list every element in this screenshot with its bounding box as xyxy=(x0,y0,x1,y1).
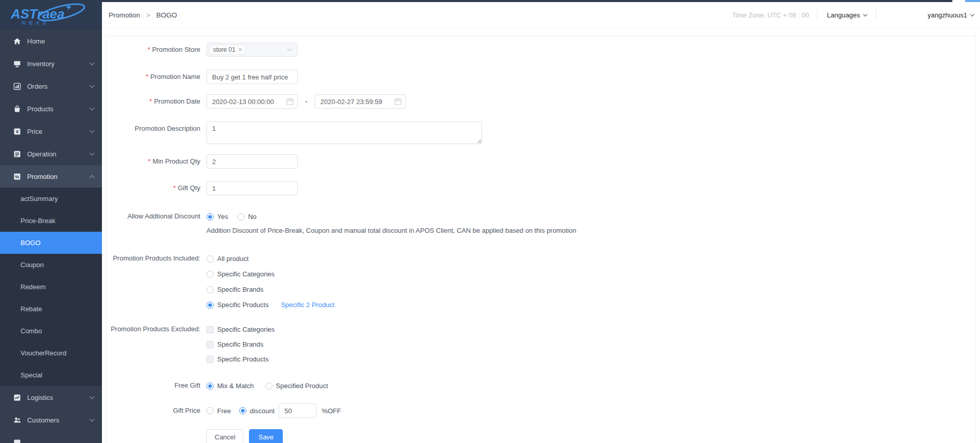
calendar-icon[interactable] xyxy=(394,98,402,107)
promotion-store-select[interactable]: store 01 × xyxy=(206,43,298,57)
chevron-down-icon xyxy=(90,106,95,111)
chevron-down-icon xyxy=(90,128,95,133)
form-row-promotion-name: *Promotion Name xyxy=(107,70,975,84)
sidebar-item-inventory[interactable]: Inventory xyxy=(0,52,102,75)
chevron-down-icon xyxy=(90,83,95,88)
required-asterisk: * xyxy=(148,46,150,53)
sidebar-subitem-price-break[interactable]: Price-Break xyxy=(0,210,102,232)
radio-discount[interactable] xyxy=(239,407,246,414)
radio-mix-match[interactable] xyxy=(206,382,214,390)
checkbox-option-specific-categories[interactable]: Specific Categories xyxy=(206,324,275,335)
date-start-input[interactable] xyxy=(206,94,298,109)
sidebar-item-partial[interactable] xyxy=(0,431,102,443)
breadcrumb-promotion[interactable]: Promotion xyxy=(109,11,140,19)
radio-option-specific-brands[interactable]: Specific Brands xyxy=(206,284,263,295)
sidebar-item-customers[interactable]: Customers xyxy=(0,409,102,431)
checkbox-specific-categories[interactable] xyxy=(206,326,214,333)
sidebar-item-price[interactable]: ¥ Price xyxy=(0,120,102,143)
logo[interactable]: ASTraea 阿斯米亚 xyxy=(0,0,102,30)
app-root: ASTraea 阿斯米亚 Home Inventory xyxy=(0,0,980,443)
tag-close-icon[interactable]: × xyxy=(238,46,242,53)
discount-value-input[interactable] xyxy=(279,404,317,418)
radio-all-product[interactable] xyxy=(206,255,214,263)
required-asterisk: * xyxy=(173,184,176,192)
save-button[interactable]: Save xyxy=(249,429,283,443)
logo-text: ASTraea xyxy=(10,6,65,22)
promotion-date-label: Promotion Date xyxy=(154,97,200,105)
languages-dropdown[interactable]: Languages xyxy=(818,11,875,19)
chevron-down-icon xyxy=(287,46,293,51)
radio-yes[interactable] xyxy=(206,213,214,220)
form-row-products-included: Promotion Products Included: All product… xyxy=(107,253,975,310)
radio-option-no[interactable]: No xyxy=(237,211,257,222)
calendar-icon[interactable] xyxy=(286,98,294,107)
sidebar-item-orders[interactable]: Orders xyxy=(0,75,102,97)
sidebar-subitem-coupon[interactable]: Coupon xyxy=(0,254,102,276)
radio-option-all-product[interactable]: All product xyxy=(206,253,248,264)
form-row-free-gift: Free Gift Mix & Match Specified Product xyxy=(107,380,975,391)
date-start-wrap xyxy=(206,94,298,109)
menu-icon xyxy=(13,438,21,443)
sidebar-subitem-actsummary[interactable]: actSummary xyxy=(0,188,102,210)
required-asterisk: * xyxy=(148,157,151,165)
sidebar-item-logistics[interactable]: Logistics xyxy=(0,386,102,409)
sidebar-nav: Home Inventory Orders Prod xyxy=(0,30,102,443)
breadcrumb-separator: > xyxy=(146,11,150,19)
store-tag: store 01 × xyxy=(209,45,246,55)
radio-option-specific-categories[interactable]: Specific Categories xyxy=(206,269,275,279)
store-tag-label: store 01 xyxy=(213,46,235,53)
home-icon xyxy=(13,37,21,45)
radio-specific-products[interactable] xyxy=(206,301,214,309)
form-row-promotion-date: *Promotion Date - xyxy=(107,94,975,109)
promotion-description-textarea[interactable]: 1 xyxy=(206,122,482,144)
radio-option-mix-match[interactable]: Mix & Match xyxy=(206,380,254,391)
sidebar-item-operation[interactable]: Operation xyxy=(0,143,102,165)
user-dropdown[interactable]: yangzhuous1 xyxy=(928,11,976,19)
chevron-down-icon xyxy=(90,151,95,156)
gift-qty-input[interactable] xyxy=(206,181,298,195)
radio-specific-categories[interactable] xyxy=(206,271,214,278)
chevron-up-icon xyxy=(90,175,95,180)
sidebar-item-promotion[interactable]: % Promotion xyxy=(0,165,102,188)
promotion-description-label: Promotion Description xyxy=(135,125,200,132)
chevron-down-icon xyxy=(90,61,95,66)
sidebar-item-label: Logistics xyxy=(27,394,90,401)
allow-additional-discount-label: Allow Addtional Discount xyxy=(128,212,200,220)
radio-specific-brands[interactable] xyxy=(206,286,214,293)
radio-option-specified-product[interactable]: Specified Product xyxy=(265,380,328,391)
promotion-name-input[interactable] xyxy=(206,70,298,84)
main-area: Promotion > BOGO Time Zone: UTC + 08 : 0… xyxy=(102,0,980,443)
checkbox-specific-products[interactable] xyxy=(206,356,214,363)
specific-product-link[interactable]: Specific 2 Product xyxy=(281,301,335,309)
radio-option-yes[interactable]: Yes xyxy=(206,211,228,222)
additional-discount-note: Addition Discount of Price-Break, Coupon… xyxy=(206,227,576,234)
sidebar-subitem-bogo[interactable]: BOGO xyxy=(0,232,102,254)
checkbox-option-specific-products[interactable]: Specific Products xyxy=(206,354,268,365)
free-gift-label: Free Gift xyxy=(174,381,200,389)
sidebar-item-home[interactable]: Home xyxy=(0,30,102,52)
form-card: *Promotion Store store 01 × *Promotion N… xyxy=(106,36,976,443)
form-row-promotion-description: Promotion Description 1 xyxy=(107,122,975,144)
radio-no[interactable] xyxy=(237,213,244,220)
radio-specified-product[interactable] xyxy=(265,382,273,390)
cancel-button[interactable]: Cancel xyxy=(206,429,243,443)
date-end-input[interactable] xyxy=(315,94,406,109)
sidebar-subitem-redeem[interactable]: Redeem xyxy=(0,276,102,298)
sidebar-item-label: Products xyxy=(27,105,90,113)
sidebar-item-products[interactable]: Products xyxy=(0,97,102,120)
checkbox-option-specific-brands[interactable]: Specific Brands xyxy=(206,339,263,350)
sidebar-item-label: Price xyxy=(27,128,90,135)
radio-free[interactable] xyxy=(206,407,214,414)
min-product-qty-input[interactable] xyxy=(206,154,298,169)
form-row-allow-additional-discount: Allow Addtional Discount Yes No Addition… xyxy=(107,211,975,234)
products-excluded-label: Promotion Products Excluded: xyxy=(111,325,200,333)
sidebar-subitem-special[interactable]: Special xyxy=(0,364,102,386)
radio-option-specific-products[interactable]: Specific Products Specific 2 Product xyxy=(206,299,335,310)
sidebar-subitem-voucherrecord[interactable]: VoucherRecord xyxy=(0,342,102,364)
radio-option-free[interactable]: Free xyxy=(206,406,231,416)
svg-text:%: % xyxy=(15,174,19,179)
checkbox-specific-brands[interactable] xyxy=(206,341,214,348)
sidebar-subitem-combo[interactable]: Combo xyxy=(0,320,102,342)
radio-option-discount[interactable]: discount xyxy=(239,406,275,416)
sidebar-subitem-rebate[interactable]: Rebate xyxy=(0,298,102,320)
